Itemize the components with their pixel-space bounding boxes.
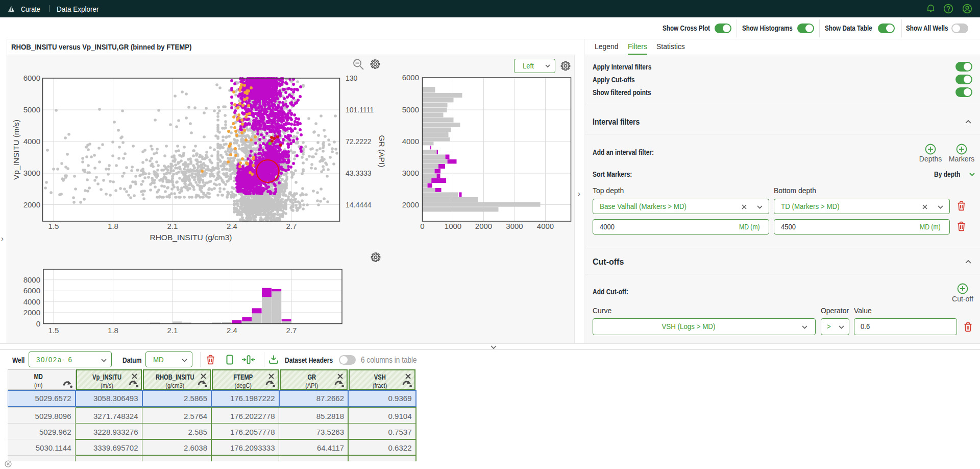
svg-text:1.5: 1.5	[48, 326, 59, 335]
svg-text:130: 130	[346, 74, 358, 82]
svg-text:1.8: 1.8	[108, 222, 118, 230]
svg-text:43.3333: 43.3333	[346, 169, 372, 177]
svg-text:3000: 3000	[23, 169, 40, 177]
svg-text:RHOB_INSITU (g/cm3): RHOB_INSITU (g/cm3)	[150, 233, 232, 242]
svg-text:2000: 2000	[23, 308, 40, 317]
svg-text:0: 0	[36, 319, 40, 328]
svg-text:6000: 6000	[402, 73, 419, 82]
svg-text:2.1: 2.1	[167, 326, 178, 335]
svg-text:4000: 4000	[537, 222, 554, 230]
svg-text:4000: 4000	[402, 137, 419, 146]
svg-text:8000: 8000	[23, 275, 40, 284]
svg-text:GR (API): GR (API)	[378, 135, 386, 168]
svg-text:72.2222: 72.2222	[346, 137, 372, 146]
svg-text:4000: 4000	[23, 297, 40, 306]
svg-text:2000: 2000	[23, 200, 40, 209]
svg-text:3000: 3000	[506, 222, 523, 230]
svg-text:1.5: 1.5	[48, 222, 59, 230]
svg-text:6000: 6000	[23, 74, 40, 82]
svg-text:2.7: 2.7	[286, 326, 297, 335]
svg-text:3000: 3000	[402, 169, 419, 177]
svg-text:4000: 4000	[23, 137, 40, 146]
svg-text:2000: 2000	[475, 222, 492, 230]
svg-text:14.4444: 14.4444	[346, 201, 372, 209]
svg-text:2000: 2000	[402, 200, 419, 209]
svg-text:0: 0	[420, 222, 424, 230]
svg-text:2.7: 2.7	[286, 222, 297, 230]
svg-text:2.1: 2.1	[167, 222, 178, 230]
svg-text:2.4: 2.4	[227, 222, 237, 230]
svg-text:1000: 1000	[445, 222, 461, 230]
svg-text:6000: 6000	[23, 286, 40, 295]
svg-text:101.1111: 101.1111	[346, 106, 374, 114]
svg-text:5000: 5000	[23, 105, 40, 114]
svg-text:1.8: 1.8	[108, 326, 118, 335]
svg-text:5000: 5000	[402, 105, 419, 114]
svg-text:Vp_INSITU (m/s): Vp_INSITU (m/s)	[12, 120, 20, 180]
svg-text:2.4: 2.4	[227, 326, 237, 335]
